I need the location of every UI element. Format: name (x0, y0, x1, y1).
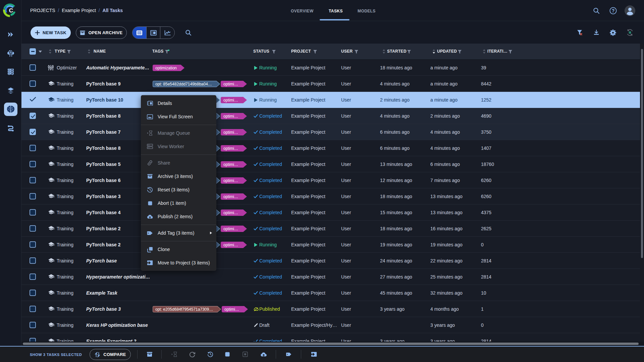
svg-text:opt: 85e5482ddd7149b8ba04…: opt: 85e5482ddd7149b8ba04… (155, 81, 212, 86)
svg-text:optimi…: optimi… (223, 146, 238, 150)
svg-text:optimi…: optimi… (223, 81, 238, 86)
svg-text:C: C (9, 7, 13, 14)
svg-text:optimization: optimization (155, 65, 177, 70)
svg-text:optimi…: optimi… (223, 226, 238, 231)
svg-text:optimi…: optimi… (223, 98, 238, 102)
svg-text:optimi…: optimi… (223, 114, 238, 118)
svg-text:opt: e205d684f7954571a7309…: opt: e205d684f7954571a7309… (155, 307, 213, 311)
svg-text:optimi…: optimi… (223, 242, 238, 247)
svg-text:optimi…: optimi… (223, 210, 238, 215)
svg-text:optimi…: optimi… (223, 194, 238, 199)
svg-text:optimi…: optimi… (223, 162, 238, 167)
svg-text:optimi…: optimi… (224, 307, 239, 311)
svg-text:optimi…: optimi… (223, 178, 238, 183)
svg-text:optimi…: optimi… (223, 130, 238, 134)
